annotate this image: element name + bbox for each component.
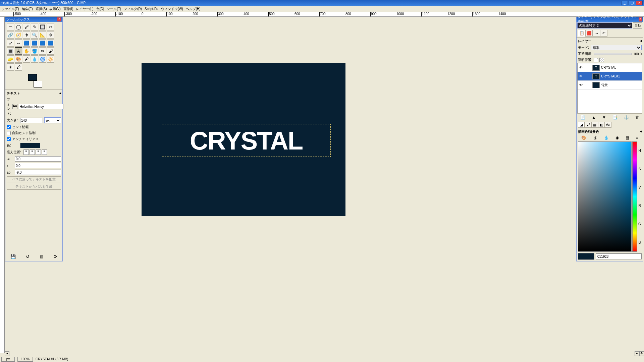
minimize-button[interactable]: _ [621, 1, 628, 5]
channel-letter[interactable]: G [638, 222, 642, 226]
tool-options-menu-icon[interactable]: ◂ [59, 91, 61, 96]
menu-tools[interactable]: ツール(T) [107, 7, 121, 11]
menu-layer[interactable]: レイヤー(L) [76, 7, 93, 11]
tool-24[interactable]: 🧽 [7, 55, 14, 63]
rightdock-close-icon[interactable]: × [639, 17, 642, 21]
restore-options-icon[interactable]: ↺ [26, 254, 30, 259]
unit-select[interactable]: px [1, 357, 15, 362]
tool-23[interactable]: 🖌 [47, 47, 54, 55]
tool-1[interactable]: ◯ [15, 23, 22, 31]
tool-22[interactable]: ✏ [39, 47, 46, 55]
tool-8[interactable]: 🗡 [23, 31, 30, 39]
tool-31[interactable]: 🖍 [15, 63, 22, 71]
tool-15[interactable]: 🟦 [31, 39, 38, 47]
channel-letter[interactable]: H [638, 149, 642, 153]
layer-visibility-icon[interactable]: 👁 [578, 83, 584, 87]
tool-30[interactable]: ✴ [7, 63, 14, 71]
menu-scriptfu[interactable]: Script-Fu [145, 7, 158, 11]
maximize-button[interactable]: ▢ [629, 1, 635, 5]
tool-5[interactable]: ✂ [47, 23, 54, 31]
background-swatch[interactable] [34, 81, 42, 87]
close-button[interactable]: × [636, 1, 643, 5]
tool-17[interactable]: 🟦 [47, 39, 54, 47]
indent-c-input[interactable] [15, 170, 61, 175]
anchor-layer-icon[interactable]: ⚓ [624, 115, 629, 120]
tab-undo[interactable]: ↶ [600, 30, 607, 37]
tool-20[interactable]: ✋ [23, 47, 30, 55]
textcolor-swatch[interactable] [20, 143, 40, 148]
menu-view[interactable]: 表示(V) [49, 7, 60, 11]
channel-letter[interactable]: R [638, 204, 642, 207]
image-canvas[interactable]: CRYSTAL [142, 63, 345, 216]
minitab-brush[interactable]: 🖌 [585, 122, 591, 128]
minitab-fgbg[interactable]: ◪ [578, 122, 585, 128]
raise-layer-icon[interactable]: ▲ [592, 115, 596, 120]
layer-visibility-icon[interactable]: 👁 [578, 74, 584, 78]
tool-6[interactable]: 🔗 [7, 31, 14, 39]
channel-letter[interactable]: B [638, 241, 642, 244]
justify-right-button[interactable]: ≡ [30, 149, 35, 155]
tool-27[interactable]: 💧 [31, 55, 38, 63]
auto-button[interactable]: 自動 [633, 22, 642, 28]
color-gradient-box[interactable] [578, 141, 632, 252]
lock-alpha-checkbox[interactable] [594, 58, 598, 62]
save-options-icon[interactable]: 💾 [10, 254, 16, 259]
tool-9[interactable]: 🔍 [31, 31, 38, 39]
tool-29[interactable]: 🔆 [47, 55, 54, 63]
tool-26[interactable]: 🖋 [23, 55, 30, 63]
delete-layer-icon[interactable]: 🗑 [635, 115, 639, 120]
layers-menu-icon[interactable]: ◂ [640, 39, 642, 44]
minitab-font[interactable]: Aa [605, 122, 611, 128]
menu-help[interactable]: ヘルプ(H) [186, 7, 201, 11]
mode-select[interactable]: 標準 [591, 45, 642, 50]
justify-left-button[interactable]: ≡ [23, 149, 29, 155]
lower-layer-icon[interactable]: ▼ [602, 115, 606, 120]
channel-letter[interactable]: V [638, 186, 642, 189]
text-layer-bounds[interactable]: CRYSTAL [162, 124, 331, 157]
minitab-gradient[interactable]: ◧ [598, 122, 605, 128]
foreground-swatch[interactable] [28, 74, 37, 81]
canvas-area[interactable]: CRYSTAL [5, 17, 644, 353]
channel-letter[interactable]: S [638, 167, 642, 171]
minitab-pattern[interactable]: ▦ [591, 122, 598, 128]
size-input[interactable] [20, 118, 43, 123]
color-tool-scales-icon[interactable]: ≡ [636, 135, 638, 140]
menu-file[interactable]: ファイル(F) [1, 7, 19, 11]
menu-filters[interactable]: フィルタ(R) [124, 7, 142, 11]
tab-paths[interactable]: ↝ [593, 30, 600, 37]
menu-window[interactable]: ウィンドウ(W) [161, 7, 183, 11]
hint-checkbox[interactable] [7, 125, 11, 129]
tool-14[interactable]: 🟦 [23, 39, 30, 47]
justify-center-button[interactable]: ≡ [36, 149, 41, 155]
layer-row[interactable]: 👁背景 [578, 81, 642, 89]
tool-7[interactable]: 🧭 [15, 31, 22, 39]
indent-a-input[interactable] [15, 156, 61, 162]
toolbox-close-icon[interactable]: × [57, 17, 61, 21]
tool-0[interactable]: ▭ [7, 23, 14, 31]
hue-bar[interactable] [632, 141, 637, 252]
zoom-display[interactable]: 100% [17, 357, 33, 362]
color-tool-water-icon[interactable]: 💧 [604, 135, 609, 140]
tool-12[interactable]: ⤢ [7, 39, 14, 47]
duplicate-layer-icon[interactable]: 📑 [612, 115, 618, 120]
menu-select[interactable]: 選択(S) [36, 7, 47, 11]
font-badge-icon[interactable]: Aa [12, 104, 17, 109]
font-input[interactable] [19, 104, 63, 109]
color-menu-icon[interactable]: ◂ [640, 129, 642, 134]
indent-b-input[interactable] [15, 163, 61, 168]
size-unit-select[interactable]: px [44, 117, 61, 123]
layer-visibility-icon[interactable]: 👁 [578, 66, 584, 69]
tool-21[interactable]: 🪣 [31, 47, 38, 55]
fg-bg-colors[interactable] [25, 74, 42, 87]
antialias-checkbox[interactable] [7, 137, 11, 141]
text-to-path-button[interactable]: テキストからパスを生成 [7, 184, 61, 190]
tool-28[interactable]: 🌀 [39, 55, 46, 63]
image-select[interactable]: 名称未設定-2 [577, 22, 632, 28]
justify-fill-button[interactable]: ≡ [42, 149, 47, 155]
tool-3[interactable]: ✎ [31, 23, 38, 31]
tool-2[interactable]: 🖉 [23, 23, 30, 31]
color-tool-palette-icon[interactable]: ▦ [626, 135, 629, 140]
tab-channels[interactable]: 🟥 [585, 30, 593, 37]
tool-10[interactable]: 📐 [39, 31, 46, 39]
current-color-swatch[interactable] [578, 253, 594, 260]
